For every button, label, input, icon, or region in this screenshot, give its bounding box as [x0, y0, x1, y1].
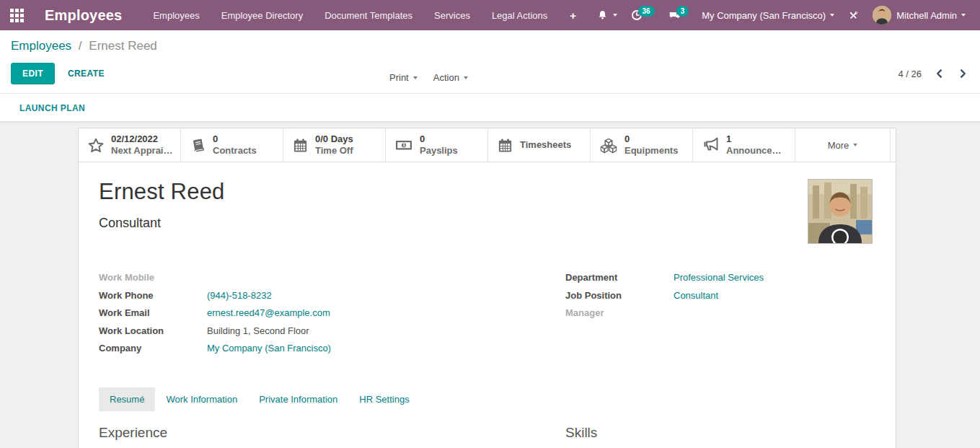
action-dropdown[interactable]: Action — [433, 72, 468, 83]
experience-section-title: Experience — [99, 425, 565, 441]
stat-label: Announceme... — [726, 145, 789, 157]
stat-button-payslips[interactable]: 1 0 Payslips — [386, 128, 488, 162]
stat-value: 1 — [726, 133, 789, 145]
employee-sheet: 02/12/2022 Next Appraisal 0 Contracts — [78, 128, 896, 448]
launch-plan-button[interactable]: LAUNCH PLAN — [19, 103, 85, 113]
menu-item-legal-actions[interactable]: Legal Actions — [482, 1, 557, 30]
employee-header: Ernest Reed Consultant — [79, 162, 896, 244]
employee-name: Ernest Reed — [99, 179, 225, 205]
breadcrumb-current: Ernest Reed — [89, 39, 157, 53]
stat-button-timesheets[interactable]: Timesheets — [488, 128, 591, 162]
stat-label: Time Off — [315, 145, 353, 157]
breadcrumb-employees-link[interactable]: Employees — [11, 39, 71, 53]
more-label: More — [828, 140, 849, 151]
breadcrumb: Employees / Ernest Reed — [11, 39, 969, 53]
user-name: Mitchell Admin — [896, 10, 957, 21]
calendar-icon — [497, 137, 513, 154]
resume-tab-content: Experience 05/07/2001 - Current Skills M… — [79, 411, 896, 448]
stat-button-time-off[interactable]: 0/0 Days Time Off — [283, 128, 386, 162]
top-navbar: Employees Employees Employee Directory D… — [0, 0, 980, 30]
field-label: Department — [565, 272, 674, 283]
tools-icon — [847, 9, 860, 22]
stat-label: Contracts — [213, 145, 257, 157]
bell-icon — [596, 9, 609, 22]
stat-label: Equipments — [624, 145, 678, 157]
stat-button-box: 02/12/2022 Next Appraisal 0 Contracts — [79, 128, 896, 162]
field-label: Work Phone — [99, 290, 207, 301]
field-label: Company — [99, 343, 207, 353]
message-count-badge: 3 — [676, 6, 689, 17]
user-avatar — [873, 6, 891, 25]
notifications-button[interactable] — [591, 4, 623, 26]
stat-button-equipments[interactable]: 0 Equipments — [591, 128, 693, 162]
breadcrumb-separator: / — [79, 39, 82, 53]
stat-value: 0 — [213, 133, 257, 145]
chevron-down-icon — [961, 14, 966, 17]
statusbar: LAUNCH PLAN — [0, 94, 980, 122]
field-department: Department Professional Services — [565, 272, 873, 290]
employee-fields: Work Mobile Work Phone (944)-518-8232 Wo… — [79, 244, 896, 361]
field-label: Job Position — [565, 290, 674, 301]
systray: 36 3 My Company (San Francisco) Mit — [591, 1, 971, 29]
employee-photo — [808, 179, 873, 244]
tab-hr-settings[interactable]: HR Settings — [348, 387, 420, 411]
company-link[interactable]: My Company (San Francisco) — [207, 343, 331, 353]
field-label: Manager — [565, 307, 674, 318]
work-email-link[interactable]: ernest.reed47@example.com — [207, 307, 330, 318]
create-button[interactable]: CREATE — [68, 69, 105, 79]
activities-button[interactable]: 36 — [624, 4, 661, 26]
user-menu[interactable]: Mitchell Admin — [867, 1, 971, 29]
chevron-down-icon — [853, 144, 857, 146]
chevron-down-icon — [830, 14, 834, 17]
work-phone-link[interactable]: (944)-518-8232 — [207, 290, 272, 301]
stat-value: 0 — [420, 133, 458, 145]
company-switcher[interactable]: My Company (San Francisco) — [696, 6, 840, 25]
print-dropdown[interactable]: Print — [389, 72, 418, 83]
tab-work-information[interactable]: Work Information — [155, 387, 248, 411]
job-position-link[interactable]: Consultant — [674, 290, 718, 301]
apps-grid-icon — [10, 9, 24, 22]
stat-button-announcements[interactable]: 1 Announceme... — [693, 128, 795, 162]
pager-value: 4 / 26 — [898, 69, 922, 79]
stat-button-contracts[interactable]: 0 Contracts — [181, 128, 283, 162]
skills-section-title: Skills — [565, 425, 873, 441]
book-icon — [190, 137, 206, 153]
menu-item-services[interactable]: Services — [425, 1, 480, 30]
tab-resume[interactable]: Resumé — [99, 387, 155, 411]
chevron-down-icon — [613, 14, 617, 17]
pager-previous-button[interactable] — [933, 67, 945, 80]
debug-tools-button[interactable] — [842, 5, 865, 26]
menu-item-employee-directory[interactable]: Employee Directory — [212, 1, 312, 30]
main-menu: Employees Employee Directory Document Te… — [144, 1, 586, 30]
stat-button-next-appraisal[interactable]: 02/12/2022 Next Appraisal — [79, 128, 181, 162]
menu-item-employees[interactable]: Employees — [144, 1, 208, 30]
form-view: 02/12/2022 Next Appraisal 0 Contracts — [0, 128, 980, 448]
company-name: My Company (San Francisco) — [702, 10, 826, 21]
field-label: Work Email — [99, 307, 207, 318]
chevron-down-icon — [464, 76, 468, 79]
chevron-left-icon — [935, 69, 944, 79]
stat-label: Payslips — [420, 145, 458, 157]
field-work-location: Work Location Building 1, Second Floor — [99, 325, 565, 343]
action-label: Action — [433, 72, 459, 83]
messages-button[interactable]: 3 — [662, 4, 695, 26]
calendar-icon — [292, 137, 309, 154]
apps-menu-button[interactable] — [0, 0, 33, 30]
cubes-icon — [599, 137, 618, 154]
stat-label: Next Appraisal — [111, 145, 175, 157]
field-label: Work Mobile — [99, 272, 207, 283]
edit-button[interactable]: EDIT — [11, 63, 55, 84]
menu-item-document-templates[interactable]: Document Templates — [315, 1, 422, 30]
field-work-phone: Work Phone (944)-518-8232 — [99, 290, 565, 308]
pager-next-button[interactable] — [957, 67, 969, 80]
svg-text:1: 1 — [402, 142, 405, 147]
tab-private-information[interactable]: Private Information — [248, 387, 348, 411]
department-link[interactable]: Professional Services — [674, 272, 764, 283]
stat-value: 0 — [624, 133, 678, 145]
app-title[interactable]: Employees — [45, 7, 122, 24]
stat-value: 0/0 Days — [315, 133, 353, 145]
banknote-icon: 1 — [394, 137, 413, 153]
megaphone-icon — [702, 137, 720, 153]
more-dropdown[interactable]: More — [795, 128, 891, 162]
add-menu-button[interactable]: + — [560, 2, 586, 29]
